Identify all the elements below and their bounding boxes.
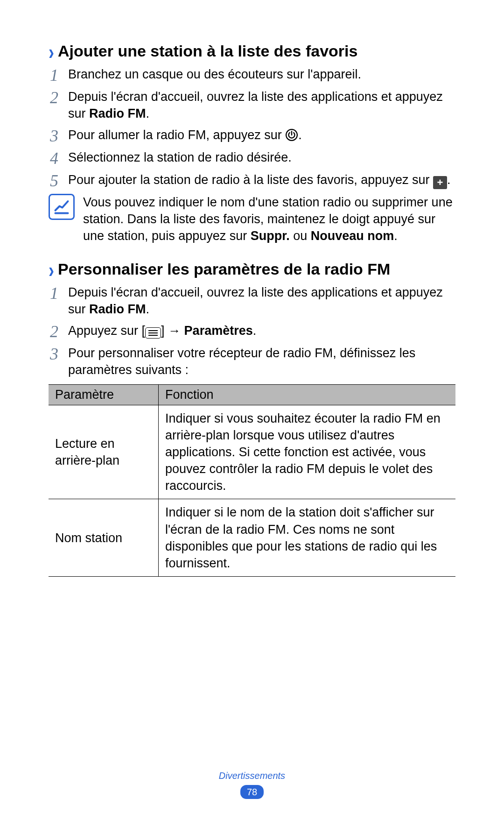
- step-number: 2: [49, 322, 60, 340]
- text: ] →: [161, 324, 184, 338]
- step-item: 3 Pour personnaliser votre récepteur de …: [49, 345, 455, 378]
- step-item: 1 Depuis l'écran d'accueil, ouvrez la li…: [49, 284, 455, 318]
- text: .: [146, 302, 150, 316]
- step-item: 3 Pour allumer la radio FM, appuyez sur …: [49, 127, 455, 144]
- steps-list: 1 Branchez un casque ou des écouteurs su…: [49, 66, 455, 189]
- step-number: 4: [49, 149, 60, 167]
- note-icon: [49, 194, 75, 220]
- text: Pour ajouter la station de radio à la li…: [68, 173, 433, 187]
- manual-page: › Ajouter une station à la liste des fav…: [0, 0, 504, 577]
- power-icon: [285, 128, 298, 141]
- step-text: Sélectionnez la station de radio désirée…: [68, 149, 455, 166]
- table-row: Nom station Indiquer si le nom de la sta…: [49, 499, 455, 577]
- parameters-table: Paramètre Fonction Lecture en arrière-pl…: [49, 384, 455, 577]
- step-number: 3: [49, 127, 60, 144]
- step-item: 2 Depuis l'écran d'accueil, ouvrez la li…: [49, 88, 455, 122]
- step-text: Pour allumer la radio FM, appuyez sur .: [68, 127, 455, 143]
- steps-list: 1 Depuis l'écran d'accueil, ouvrez la li…: [49, 284, 455, 379]
- note-text: Vous pouvez indiquer le nom d'une statio…: [83, 194, 455, 245]
- heading-text: Personnaliser les paramètres de la radio…: [58, 259, 390, 279]
- table-cell-param: Lecture en arrière-plan: [49, 405, 158, 499]
- table-row: Lecture en arrière-plan Indiquer si vous…: [49, 405, 455, 499]
- step-number: 1: [49, 66, 60, 84]
- plus-glyph: +: [437, 177, 443, 188]
- text: .: [394, 229, 398, 243]
- section-heading-settings: › Personnaliser les paramètres de la rad…: [49, 259, 455, 279]
- text: Pour allumer la radio FM, appuyez sur: [68, 128, 285, 142]
- table-cell-param: Nom station: [49, 499, 158, 577]
- footer-category: Divertissements: [0, 770, 504, 781]
- step-text: Appuyez sur [] → Paramètres.: [68, 322, 455, 339]
- text-bold: Radio FM: [89, 106, 146, 120]
- table-header-row: Paramètre Fonction: [49, 384, 455, 405]
- step-number: 5: [49, 171, 60, 189]
- step-text: Pour ajouter la station de radio à la li…: [68, 171, 455, 189]
- step-item: 1 Branchez un casque ou des écouteurs su…: [49, 66, 455, 84]
- chevron-right-icon: ›: [49, 260, 54, 282]
- menu-icon: [145, 327, 161, 339]
- step-item: 2 Appuyez sur [] → Paramètres.: [49, 322, 455, 340]
- text: Appuyez sur [: [68, 324, 145, 338]
- step-text: Branchez un casque ou des écouteurs sur …: [68, 66, 455, 83]
- page-footer: Divertissements 78: [0, 770, 504, 799]
- step-number: 3: [49, 345, 60, 362]
- text-bold: Nouveau nom: [311, 229, 394, 243]
- section-heading-favorites: › Ajouter une station à la liste des fav…: [49, 41, 455, 61]
- section-settings: › Personnaliser les paramètres de la rad…: [49, 259, 455, 577]
- table-cell-function: Indiquer si vous souhaitez écouter la ra…: [158, 405, 455, 499]
- table-header-param: Paramètre: [49, 384, 158, 405]
- table-cell-function: Indiquer si le nom de la station doit s'…: [158, 499, 455, 577]
- step-text: Pour personnaliser votre récepteur de ra…: [68, 345, 455, 378]
- text: .: [253, 324, 257, 338]
- text-bold: Paramètres: [184, 324, 253, 338]
- text-bold: Radio FM: [89, 302, 146, 316]
- step-item: 5 Pour ajouter la station de radio à la …: [49, 171, 455, 189]
- chevron-right-icon: ›: [49, 41, 54, 63]
- step-text: Depuis l'écran d'accueil, ouvrez la list…: [68, 284, 455, 318]
- plus-icon: +: [433, 176, 447, 189]
- step-text: Depuis l'écran d'accueil, ouvrez la list…: [68, 88, 455, 122]
- text-bold: Suppr.: [251, 229, 290, 243]
- text: .: [146, 106, 150, 120]
- text: .: [298, 128, 302, 142]
- text: ou: [290, 229, 311, 243]
- table-header-function: Fonction: [158, 384, 455, 405]
- heading-text: Ajouter une station à la liste des favor…: [58, 41, 357, 61]
- text: .: [447, 173, 451, 187]
- step-item: 4 Sélectionnez la station de radio désir…: [49, 149, 455, 167]
- footer-page-number: 78: [240, 785, 264, 799]
- step-number: 2: [49, 88, 60, 106]
- note-block: Vous pouvez indiquer le nom d'une statio…: [49, 194, 455, 245]
- step-number: 1: [49, 284, 60, 302]
